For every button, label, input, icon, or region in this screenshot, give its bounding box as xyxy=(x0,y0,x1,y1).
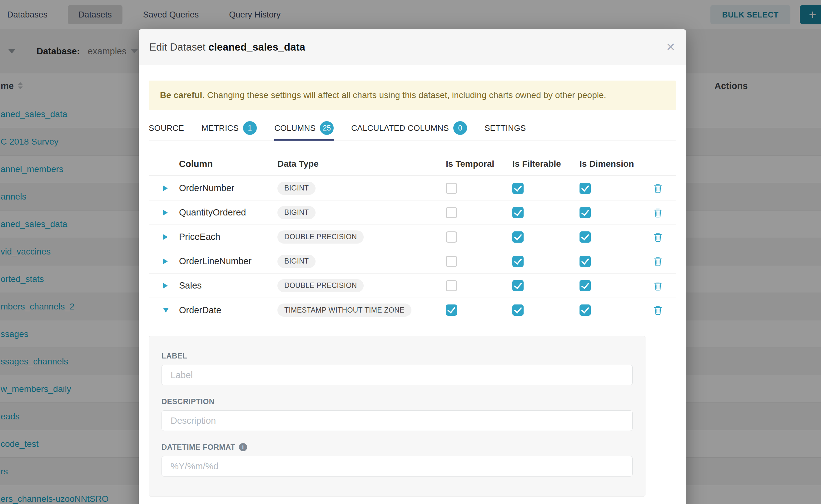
modal-tab[interactable]: SETTINGS xyxy=(485,121,526,141)
data-type-pill: BIGINT xyxy=(277,255,315,268)
modal-tab[interactable]: COLUMNS 25 xyxy=(274,121,334,141)
is-dimension-header: Is Dimension xyxy=(580,159,648,169)
is-temporal-checkbox[interactable] xyxy=(446,207,457,218)
data-type-pill: BIGINT xyxy=(277,206,315,219)
is-temporal-checkbox[interactable] xyxy=(446,256,457,267)
expand-caret-icon[interactable] xyxy=(163,308,169,313)
tab-count-badge: 1 xyxy=(243,121,257,135)
is-dimension-checkbox[interactable] xyxy=(580,207,591,218)
expand-caret-icon[interactable] xyxy=(163,185,168,191)
detail-field: LABEL i xyxy=(161,352,633,385)
column-name: PriceEach xyxy=(174,232,273,242)
column-name: OrderDate xyxy=(174,305,273,315)
warning-text: Be careful. Changing these settings will… xyxy=(160,90,606,100)
is-filterable-checkbox[interactable] xyxy=(512,256,524,267)
modal-tab[interactable]: CALCULATED COLUMNS 0 xyxy=(351,121,467,141)
columns-table-header: Column Data Type Is Temporal Is Filterab… xyxy=(149,152,676,176)
modal-title-dataset-name: cleaned_sales_data xyxy=(208,41,305,53)
modal-header: Edit Dataset cleaned_sales_data ✕ xyxy=(139,29,686,65)
modal-title: Edit Dataset cleaned_sales_data xyxy=(149,41,305,53)
modal-tab-label: SETTINGS xyxy=(485,123,526,133)
data-type-pill: TIMESTAMP WITHOUT TIME ZONE xyxy=(277,304,412,317)
columns-table-rows: OrderNumber BIGINT xyxy=(149,176,676,322)
close-icon[interactable]: ✕ xyxy=(666,42,675,53)
column-row: PriceEach DOUBLE PRECISION xyxy=(149,225,676,249)
modal-title-prefix: Edit Dataset xyxy=(149,41,205,53)
modal-tab[interactable]: METRICS 1 xyxy=(201,121,257,141)
modal-tabs: SOURCE METRICS 1 COLUMNS 25 CALCULATED C… xyxy=(149,121,676,141)
field-input[interactable] xyxy=(161,365,633,385)
is-filterable-checkbox[interactable] xyxy=(512,231,524,243)
is-dimension-checkbox[interactable] xyxy=(580,256,591,267)
info-icon[interactable]: i xyxy=(239,443,247,451)
field-label: LABEL i xyxy=(161,352,633,360)
is-dimension-checkbox[interactable] xyxy=(580,280,591,291)
expand-caret-icon[interactable] xyxy=(163,234,168,240)
column-name: OrderLineNumber xyxy=(174,256,273,266)
data-type-pill: BIGINT xyxy=(277,182,315,195)
column-row: OrderNumber BIGINT xyxy=(149,176,676,200)
tab-count-badge: 25 xyxy=(320,121,334,135)
modal-tab-label: SOURCE xyxy=(149,123,184,133)
is-dimension-checkbox[interactable] xyxy=(580,183,591,194)
column-row: OrderDate TIMESTAMP WITHOUT TIME ZONE xyxy=(149,298,676,322)
warning-banner: Be careful. Changing these settings will… xyxy=(149,81,676,110)
is-temporal-checkbox[interactable] xyxy=(446,231,457,243)
tab-count-badge: 0 xyxy=(453,121,467,135)
data-type-pill: DOUBLE PRECISION xyxy=(277,230,363,244)
is-dimension-checkbox[interactable] xyxy=(580,304,591,316)
delete-column-icon[interactable] xyxy=(654,281,662,291)
delete-column-icon[interactable] xyxy=(654,232,662,242)
field-label: DATETIME FORMAT i xyxy=(161,443,633,452)
expand-caret-icon[interactable] xyxy=(163,259,168,264)
detail-field: DATETIME FORMAT i xyxy=(161,443,633,477)
field-input[interactable] xyxy=(161,456,633,477)
detail-field: DESCRIPTION i xyxy=(161,397,633,431)
modal-tab-label: CALCULATED COLUMNS xyxy=(351,123,449,133)
modal-tab-label: COLUMNS xyxy=(274,123,315,133)
is-filterable-checkbox[interactable] xyxy=(512,280,524,291)
modal-body: Be careful. Changing these settings will… xyxy=(139,81,686,497)
delete-column-icon[interactable] xyxy=(654,208,662,218)
is-filterable-checkbox[interactable] xyxy=(512,304,524,316)
delete-column-icon[interactable] xyxy=(654,183,662,193)
delete-column-icon[interactable] xyxy=(654,305,662,315)
expand-caret-icon[interactable] xyxy=(163,210,168,215)
is-temporal-checkbox[interactable] xyxy=(446,183,457,194)
column-row: QuantityOrdered BIGINT xyxy=(149,200,676,225)
is-filterable-checkbox[interactable] xyxy=(512,207,524,218)
is-temporal-checkbox[interactable] xyxy=(446,280,457,291)
data-type-pill: DOUBLE PRECISION xyxy=(277,279,363,292)
field-input[interactable] xyxy=(161,410,633,431)
field-label: DESCRIPTION i xyxy=(161,397,633,406)
is-temporal-header: Is Temporal xyxy=(446,159,512,169)
delete-column-icon[interactable] xyxy=(654,256,662,266)
modal-tab[interactable]: SOURCE xyxy=(149,121,184,141)
column-detail-panel: LABEL i DESCRIPTION i DATETIME FORMAT i xyxy=(149,336,645,497)
column-name: Sales xyxy=(174,280,273,291)
column-row: OrderLineNumber BIGINT xyxy=(149,249,676,274)
modal-tab-label: METRICS xyxy=(201,123,239,133)
is-dimension-checkbox[interactable] xyxy=(580,231,591,243)
column-row: Sales DOUBLE PRECISION xyxy=(149,274,676,298)
column-name: QuantityOrdered xyxy=(174,207,273,218)
edit-dataset-modal: Edit Dataset cleaned_sales_data ✕ Be car… xyxy=(139,29,686,504)
column-name: OrderNumber xyxy=(174,183,273,193)
is-filterable-header: Is Filterable xyxy=(512,159,580,169)
data-type-header: Data Type xyxy=(273,159,446,169)
is-temporal-checkbox[interactable] xyxy=(446,304,457,316)
column-header: Column xyxy=(174,159,273,169)
is-filterable-checkbox[interactable] xyxy=(512,183,524,194)
expand-caret-icon[interactable] xyxy=(163,283,168,289)
